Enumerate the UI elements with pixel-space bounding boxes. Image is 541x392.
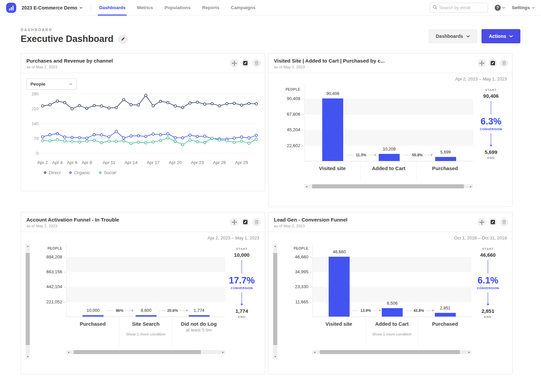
- funnel-bar-1[interactable]: [322, 98, 343, 161]
- funnel-bar-1[interactable]: [83, 315, 103, 317]
- horizontal-scroll-thumb[interactable]: [312, 184, 464, 188]
- data-point[interactable]: [145, 135, 147, 138]
- data-point[interactable]: [204, 135, 206, 137]
- data-point[interactable]: [93, 105, 95, 107]
- horizontal-scrollbar[interactable]: ◂▸: [304, 184, 473, 188]
- data-point[interactable]: [137, 135, 140, 137]
- data-point[interactable]: [248, 137, 250, 139]
- data-point[interactable]: [226, 102, 228, 105]
- data-point[interactable]: [115, 106, 117, 109]
- data-point[interactable]: [255, 134, 257, 137]
- data-point[interactable]: [86, 137, 88, 139]
- funnel-bar-2[interactable]: [379, 154, 400, 161]
- nav-item-dashboards[interactable]: Dashboards: [99, 0, 125, 16]
- nav-item-reports[interactable]: Reports: [202, 0, 219, 16]
- data-point[interactable]: [64, 136, 66, 138]
- scroll-left-arrow[interactable]: ◂: [66, 350, 71, 354]
- data-point[interactable]: [56, 139, 58, 141]
- data-point[interactable]: [41, 136, 44, 138]
- data-point[interactable]: [41, 139, 44, 142]
- delete-widget-button[interactable]: [500, 218, 508, 226]
- move-widget-button[interactable]: [477, 218, 486, 226]
- data-point[interactable]: [240, 136, 243, 138]
- data-point[interactable]: [71, 108, 73, 110]
- legend-item-social[interactable]: Social: [99, 170, 116, 175]
- edit-title-button[interactable]: [118, 34, 128, 44]
- org-switcher[interactable]: 2023 E-Commerce Demo: [22, 5, 83, 10]
- search-box[interactable]: [430, 3, 488, 13]
- data-point[interactable]: [196, 140, 198, 143]
- data-point[interactable]: [174, 140, 177, 142]
- edit-widget-button[interactable]: [241, 218, 250, 226]
- data-point[interactable]: [189, 139, 191, 141]
- data-point[interactable]: [115, 140, 117, 142]
- data-point[interactable]: [211, 137, 213, 139]
- data-point[interactable]: [226, 139, 228, 142]
- scroll-up-arrow[interactable]: ▴: [26, 244, 30, 248]
- data-point[interactable]: [49, 103, 51, 106]
- horizontal-scrollbar[interactable]: ◂▸: [312, 350, 471, 354]
- scroll-left-arrow[interactable]: ◂: [304, 184, 309, 188]
- data-point[interactable]: [86, 107, 88, 110]
- data-point[interactable]: [100, 105, 103, 107]
- data-point[interactable]: [78, 141, 80, 143]
- data-point[interactable]: [108, 140, 110, 142]
- scroll-right-arrow[interactable]: ▸: [221, 350, 225, 354]
- delete-widget-button[interactable]: [252, 218, 261, 226]
- data-point[interactable]: [152, 105, 154, 107]
- help-menu[interactable]: ?: [495, 5, 505, 11]
- data-point[interactable]: [181, 137, 184, 139]
- horizontal-scrollbar[interactable]: ◂▸: [66, 350, 225, 354]
- data-point[interactable]: [189, 102, 191, 104]
- data-point[interactable]: [174, 137, 177, 139]
- search-input[interactable]: [439, 5, 483, 10]
- edit-widget-button[interactable]: [489, 218, 497, 226]
- data-point[interactable]: [159, 100, 162, 102]
- data-point[interactable]: [196, 101, 198, 103]
- data-point[interactable]: [145, 94, 147, 96]
- dashboards-dropdown-button[interactable]: Dashboards: [428, 29, 477, 43]
- data-point[interactable]: [240, 140, 243, 142]
- data-point[interactable]: [167, 137, 169, 139]
- data-point[interactable]: [255, 103, 257, 105]
- scroll-down-arrow[interactable]: ▾: [273, 354, 277, 359]
- data-point[interactable]: [130, 103, 132, 106]
- data-point[interactable]: [240, 104, 243, 106]
- data-point[interactable]: [49, 134, 51, 136]
- data-point[interactable]: [167, 133, 169, 135]
- data-point[interactable]: [218, 105, 220, 107]
- funnel-bar-3[interactable]: [435, 313, 456, 317]
- legend-item-direct[interactable]: Direct: [44, 170, 61, 175]
- funnel-bar-1[interactable]: [329, 257, 350, 317]
- scroll-right-arrow[interactable]: ▸: [467, 350, 471, 354]
- vertical-scroll-thumb[interactable]: [273, 253, 277, 345]
- nav-item-populations[interactable]: Populations: [165, 0, 191, 16]
- data-point[interactable]: [174, 105, 177, 107]
- edit-widget-button[interactable]: [489, 59, 497, 67]
- data-point[interactable]: [100, 134, 103, 136]
- delete-widget-button[interactable]: [252, 59, 261, 67]
- data-point[interactable]: [137, 104, 140, 106]
- show-more-condition-link[interactable]: Show 1 more condition: [119, 332, 172, 336]
- legend-item-organic[interactable]: Organic: [69, 170, 90, 175]
- data-point[interactable]: [181, 106, 184, 109]
- data-point[interactable]: [56, 100, 58, 102]
- data-point[interactable]: [108, 136, 110, 138]
- data-point[interactable]: [56, 133, 58, 135]
- data-point[interactable]: [93, 134, 95, 136]
- data-point[interactable]: [78, 137, 80, 139]
- nav-item-campaigns[interactable]: Campaigns: [231, 0, 256, 16]
- data-point[interactable]: [255, 138, 257, 140]
- data-point[interactable]: [248, 142, 250, 144]
- data-point[interactable]: [130, 135, 132, 137]
- funnel-bar-3[interactable]: [189, 315, 210, 317]
- data-point[interactable]: [145, 142, 147, 144]
- funnel-bar-2[interactable]: [136, 315, 157, 317]
- vertical-scrollbar[interactable]: ▴▾: [26, 244, 30, 359]
- scroll-right-arrow[interactable]: ▸: [469, 184, 473, 188]
- data-point[interactable]: [64, 140, 66, 142]
- data-point[interactable]: [108, 107, 110, 109]
- data-point[interactable]: [189, 134, 191, 136]
- actions-dropdown-button[interactable]: Actions: [481, 29, 520, 43]
- data-point[interactable]: [152, 141, 154, 143]
